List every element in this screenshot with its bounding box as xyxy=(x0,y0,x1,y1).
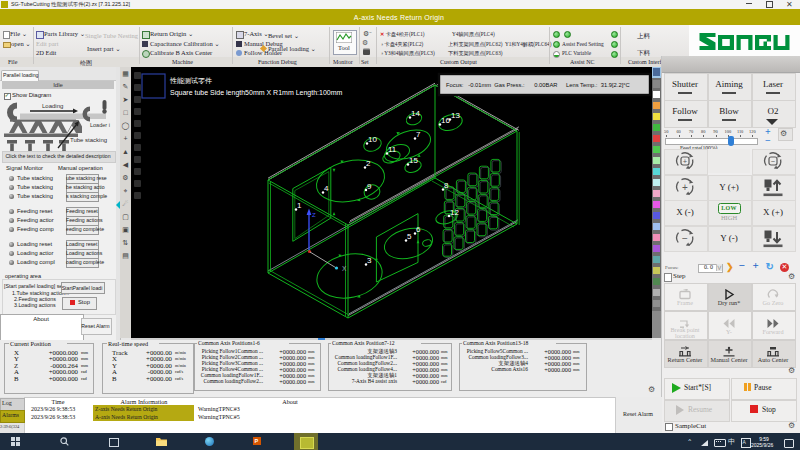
svg-text:16: 16 xyxy=(441,116,450,125)
svg-text:Loader i: Loader i xyxy=(90,122,110,128)
svg-text:8: 8 xyxy=(444,181,449,190)
svg-text:3: 3 xyxy=(367,256,372,265)
svg-text:+: + xyxy=(683,157,688,166)
svg-text:Focus: -0.01mm Gas Press.:: Focus: -0.01mm Gas Press.: 0.00BAR xyxy=(446,82,557,88)
svg-text:9: 9 xyxy=(367,182,372,191)
svg-text:性能测试零件: 性能测试零件 xyxy=(169,77,212,85)
svg-text:12: 12 xyxy=(450,208,459,217)
svg-text:Square tube Side length50mm X: Square tube Side length50mm X R1mm Lengt… xyxy=(170,89,343,97)
svg-text:+: + xyxy=(682,181,688,192)
svg-text:1: 1 xyxy=(297,201,302,210)
svg-text:10: 10 xyxy=(368,135,377,144)
svg-text:15: 15 xyxy=(409,156,418,165)
svg-text:13: 13 xyxy=(451,111,460,120)
svg-text:11: 11 xyxy=(388,145,397,154)
svg-text:Z: Z xyxy=(312,212,316,218)
svg-text:X: X xyxy=(342,265,347,272)
svg-text:Lens Temp.: 31.9[2.2]°C: Lens Temp.: 31.9[2.2]°C xyxy=(566,82,630,88)
svg-text:7: 7 xyxy=(416,130,421,139)
svg-text:Loading: Loading xyxy=(42,103,63,109)
svg-text:Tube stacking: Tube stacking xyxy=(70,137,107,143)
svg-text:14: 14 xyxy=(411,109,420,118)
svg-text:4: 4 xyxy=(324,184,329,193)
svg-text:−: − xyxy=(771,157,776,166)
svg-text:5: 5 xyxy=(407,232,412,241)
svg-text:2: 2 xyxy=(366,159,371,168)
svg-text:6: 6 xyxy=(416,225,421,234)
svg-text:−: − xyxy=(682,232,688,243)
